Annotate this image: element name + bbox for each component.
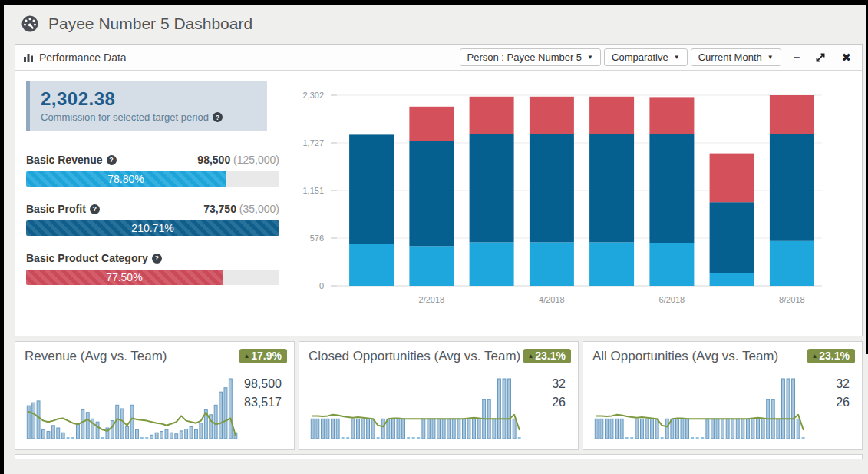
triangle-up-icon: ▲ bbox=[811, 353, 817, 360]
svg-text:576: 576 bbox=[310, 234, 324, 243]
closed-opportunities-sparkline-chart bbox=[310, 371, 522, 445]
app-header: Payee Number 5 Dashboard bbox=[4, 5, 868, 42]
svg-text:2/2018: 2/2018 bbox=[419, 295, 445, 304]
kpi-primary-value: 32 bbox=[552, 375, 566, 393]
kpi-change-value: 17.9% bbox=[251, 350, 282, 362]
close-icon[interactable]: ✖ bbox=[841, 51, 851, 63]
page-title: Payee Number 5 Dashboard bbox=[48, 15, 252, 33]
metric-label: Basic Revenue ? bbox=[26, 154, 117, 166]
period-filter-dropdown[interactable]: Current Month ▼ bbox=[691, 48, 781, 66]
chevron-down-icon: ▼ bbox=[587, 54, 593, 61]
person-filter-label: Person : Payee Number 5 bbox=[467, 51, 583, 63]
person-filter-dropdown[interactable]: Person : Payee Number 5 ▼ bbox=[460, 48, 602, 66]
help-icon[interactable]: ? bbox=[213, 112, 223, 122]
kpi-change-badge: ▲ 17.9% bbox=[239, 349, 287, 363]
chevron-down-icon: ▼ bbox=[767, 54, 774, 61]
kpi-change-value: 23.1% bbox=[819, 350, 850, 362]
metric-label: Basic Product Category ? bbox=[26, 252, 162, 264]
metric-numbers: 73,750 (35,000) bbox=[203, 203, 279, 215]
kpi-change-badge: ▲ 23.1% bbox=[807, 349, 855, 363]
kpi-all-opportunities: All Opportunities (Avg vs. Team) ▲ 23.1%… bbox=[583, 341, 863, 450]
metric-label-text: Basic Profit bbox=[26, 203, 86, 215]
progress-track: 210.71% bbox=[26, 220, 279, 236]
chevron-down-icon: ▼ bbox=[674, 54, 680, 61]
triangle-up-icon: ▲ bbox=[243, 353, 249, 360]
metric-target: (35,000) bbox=[239, 203, 279, 215]
metric-basic-revenue: Basic Revenue ? 98,500 (125,000) 78.80% bbox=[26, 154, 279, 187]
svg-text:8/2018: 8/2018 bbox=[779, 295, 805, 304]
metric-basic-product-category: Basic Product Category ? 77.50% bbox=[26, 252, 279, 285]
all-opportunities-sparkline-chart bbox=[594, 371, 806, 445]
metric-label-text: Basic Product Category bbox=[26, 252, 148, 264]
kpi-secondary-value: 26 bbox=[836, 393, 850, 412]
chart-column: 05761,1511,7272,3022/20184/20186/20188/2… bbox=[291, 81, 859, 331]
commission-summary-box: 2,302.38 Commission for selected target … bbox=[26, 81, 267, 131]
panel-header: Performance Data Person : Payee Number 5… bbox=[15, 45, 862, 71]
kpi-secondary-value: 26 bbox=[552, 393, 566, 412]
panel-body: 2,302.38 Commission for selected target … bbox=[15, 71, 862, 336]
progress-percent-label: 78.80% bbox=[107, 173, 144, 185]
kpi-row: Revenue (Avg vs. Team) ▲ 17.9% 98,500 83… bbox=[15, 341, 863, 450]
panel-title: Performance Data bbox=[39, 51, 127, 64]
progress-fill: 78.80% bbox=[26, 171, 226, 187]
metric-target: (125,000) bbox=[233, 154, 279, 166]
kpi-values: 32 26 bbox=[836, 375, 850, 412]
summary-column: 2,302.38 Commission for selected target … bbox=[26, 81, 291, 331]
svg-text:2,302: 2,302 bbox=[302, 91, 324, 100]
kpi-change-value: 23.1% bbox=[535, 350, 566, 362]
progress-percent-label: 77.50% bbox=[106, 271, 142, 283]
commission-caption: Commission for selected target period ? bbox=[41, 111, 258, 123]
svg-text:4/2018: 4/2018 bbox=[539, 295, 565, 304]
commission-stacked-bar-chart: 05761,1511,7272,3022/20184/20186/20188/2… bbox=[291, 85, 828, 315]
metric-label-text: Basic Revenue bbox=[26, 154, 103, 166]
kpi-values: 98,500 83,517 bbox=[244, 375, 282, 412]
kpi-secondary-value: 83,517 bbox=[244, 393, 282, 412]
progress-fill: 77.50% bbox=[26, 270, 223, 285]
triangle-up-icon: ▲ bbox=[527, 353, 533, 360]
svg-text:6/2018: 6/2018 bbox=[659, 295, 685, 304]
kpi-change-badge: ▲ 23.1% bbox=[523, 349, 571, 363]
commission-value: 2,302.38 bbox=[41, 88, 258, 110]
metric-label: Basic Profit ? bbox=[26, 203, 100, 215]
svg-text:0: 0 bbox=[319, 281, 324, 290]
help-icon[interactable]: ? bbox=[152, 254, 162, 264]
kpi-closed-opportunities: Closed Opportunities (Avg vs. Team) ▲ 23… bbox=[299, 341, 579, 450]
metric-value: 98,500 bbox=[197, 154, 230, 166]
bar-chart-icon bbox=[23, 52, 34, 63]
svg-text:1,727: 1,727 bbox=[302, 138, 324, 148]
revenue-sparkline-chart bbox=[26, 371, 238, 445]
period-filter-label: Current Month bbox=[698, 51, 762, 63]
expand-icon[interactable] bbox=[815, 52, 826, 63]
progress-track: 77.50% bbox=[26, 270, 279, 285]
progress-percent-label: 210.71% bbox=[131, 222, 173, 234]
panel-window-controls: − ✖ bbox=[794, 51, 851, 63]
dashboard-gauge-icon bbox=[21, 15, 39, 33]
minimize-icon[interactable]: − bbox=[794, 51, 800, 63]
kpi-values: 32 26 bbox=[552, 375, 566, 412]
kpi-revenue: Revenue (Avg vs. Team) ▲ 17.9% 98,500 83… bbox=[15, 341, 295, 450]
metric-numbers: 98,500 (125,000) bbox=[197, 154, 279, 166]
comparative-filter-label: Comparative bbox=[612, 51, 668, 63]
svg-text:1,151: 1,151 bbox=[302, 186, 324, 195]
metric-value: 73,750 bbox=[203, 203, 236, 215]
progress-fill: 210.71% bbox=[26, 220, 279, 236]
comparative-filter-dropdown[interactable]: Comparative ▼ bbox=[604, 48, 688, 66]
filter-bar: Person : Payee Number 5 ▼ Comparative ▼ … bbox=[460, 48, 781, 66]
performance-data-panel: Performance Data Person : Payee Number 5… bbox=[15, 44, 863, 336]
help-icon[interactable]: ? bbox=[107, 155, 117, 165]
next-panel-row-edge bbox=[15, 454, 863, 459]
help-icon[interactable]: ? bbox=[90, 204, 100, 214]
commission-caption-text: Commission for selected target period bbox=[41, 111, 209, 123]
kpi-primary-value: 98,500 bbox=[244, 375, 282, 393]
metric-basic-profit: Basic Profit ? 73,750 (35,000) 210.71% bbox=[26, 203, 279, 236]
progress-track: 78.80% bbox=[26, 171, 279, 187]
kpi-primary-value: 32 bbox=[836, 375, 850, 393]
